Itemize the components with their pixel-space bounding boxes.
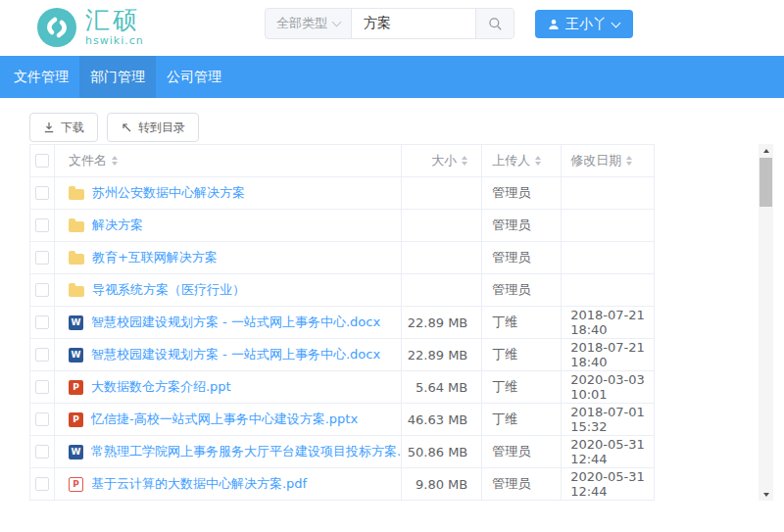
file-name-link[interactable]: 常熟理工学院网上事务服务大厅平台建设项目投标方案.doc [91, 443, 402, 460]
sort-icon[interactable] [535, 156, 541, 166]
file-name-link[interactable]: 教育+互联网解决方案 [92, 249, 218, 266]
table-row: P 忆信捷-高校一站式网上事务中心建设方案.pptx 46.63 MB 丁维 2… [30, 404, 655, 436]
file-uploader: 管理员 [482, 242, 562, 273]
file-table: 文件名 大小 上传人 修改日期 [29, 144, 774, 501]
file-size: 9.80 MB [402, 468, 482, 500]
table-body: 苏州公安数据中心解决方案 管理员 解决方案 管理员 教育+互联网解决方案 管理员 [30, 177, 655, 501]
folder-icon [69, 189, 84, 200]
brand-domain: hswiki.cn [85, 34, 144, 47]
table-header-row: 文件名 大小 上传人 修改日期 [30, 144, 655, 177]
brand-logo-icon [37, 8, 76, 47]
sort-icon[interactable] [462, 156, 467, 166]
table-row: 导视系统方案（医疗行业） 管理员 [30, 274, 655, 307]
file-name-link[interactable]: 基于云计算的大数据中心解决方案.pdf [91, 475, 307, 493]
vertical-scrollbar[interactable] [759, 144, 773, 501]
file-name-link[interactable]: 大数据数仓方案介绍.ppt [91, 378, 231, 396]
search-bar: 全部类型 [265, 8, 514, 39]
sort-icon[interactable] [626, 156, 632, 166]
file-modified-date: 2020-05-31 12:44 [562, 468, 655, 500]
user-name: 王小丫 [565, 16, 607, 33]
table-row: 苏州公安数据中心解决方案 管理员 [30, 177, 655, 210]
word-icon: W [69, 315, 83, 330]
row-checkbox[interactable] [35, 251, 49, 265]
file-type-filter-select[interactable]: 全部类型 [266, 9, 351, 38]
file-name-link[interactable]: 苏州公安数据中心解决方案 [92, 184, 245, 202]
file-modified-date: 2020-05-31 12:44 [562, 436, 655, 467]
table-row: W 智慧校园建设规划方案 - 一站式网上事务中心.docx 22.89 MB 丁… [30, 307, 655, 339]
folder-icon [69, 221, 84, 232]
file-name-link[interactable]: 导视系统方案（医疗行业） [92, 281, 245, 299]
file-uploader: 管理员 [482, 274, 562, 306]
file-modified-date: 2020-03-03 10:01 [562, 371, 655, 403]
scroll-up-arrow[interactable] [759, 144, 773, 157]
nav-tab-department-management[interactable]: 部门管理 [79, 56, 156, 98]
ppt-icon: P [69, 412, 83, 427]
table-row: W 常熟理工学院网上事务服务大厅平台建设项目投标方案.doc 50.86 MB … [30, 436, 655, 468]
row-checkbox[interactable] [35, 380, 49, 394]
file-grid: 文件名 大小 上传人 修改日期 [29, 144, 655, 501]
top-header: 汇硕 hswiki.cn 全部类型 王小丫 [0, 0, 784, 56]
file-uploader: 丁维 [482, 371, 562, 403]
word-icon: W [69, 348, 83, 363]
row-checkbox[interactable] [35, 186, 49, 200]
column-header-uploader[interactable]: 上传人 [482, 145, 562, 176]
select-all-checkbox[interactable] [35, 154, 49, 168]
file-name-link[interactable]: 智慧校园建设规划方案 - 一站式网上事务中心.docx [91, 346, 380, 363]
scrollbar-thumb[interactable] [760, 158, 772, 207]
file-size: 22.89 MB [402, 307, 482, 338]
file-type-filter-value: 全部类型 [276, 15, 327, 32]
file-size [402, 242, 482, 273]
file-uploader: 丁维 [482, 307, 562, 338]
row-checkbox[interactable] [35, 412, 49, 426]
file-uploader: 管理员 [482, 210, 562, 241]
search-icon [488, 17, 503, 31]
file-modified-date [562, 210, 655, 241]
sort-icon[interactable] [112, 156, 118, 166]
scroll-down-arrow[interactable] [759, 488, 773, 501]
search-input[interactable] [351, 9, 476, 38]
file-modified-date [562, 242, 655, 273]
nav-tab-file-management[interactable]: 文件管理 [3, 56, 79, 98]
user-menu-button[interactable]: 王小丫 [535, 10, 633, 38]
row-checkbox[interactable] [35, 348, 49, 362]
column-header-size[interactable]: 大小 [402, 145, 482, 176]
file-size: 22.89 MB [402, 339, 482, 370]
nav-tab-company-management[interactable]: 公司管理 [156, 56, 232, 98]
file-uploader: 管理员 [482, 468, 562, 500]
chevron-down-icon [332, 18, 342, 27]
row-checkbox[interactable] [35, 445, 49, 459]
file-name-link[interactable]: 忆信捷-高校一站式网上事务中心建设方案.pptx [91, 411, 358, 428]
download-button[interactable]: 下载 [29, 113, 98, 142]
folder-icon [69, 286, 84, 297]
file-name-link[interactable]: 智慧校园建设规划方案 - 一站式网上事务中心.docx [91, 314, 380, 331]
download-icon [43, 121, 55, 133]
row-checkbox[interactable] [35, 283, 49, 297]
file-uploader: 丁维 [482, 404, 562, 435]
goto-directory-button[interactable]: 转到目录 [107, 113, 199, 142]
main-nav: 文件管理 部门管理 公司管理 [0, 56, 784, 98]
row-checkbox[interactable] [35, 218, 49, 232]
table-row: P 大数据数仓方案介绍.ppt 5.64 MB 丁维 2020-03-03 10… [30, 371, 655, 404]
logo[interactable]: 汇硕 hswiki.cn [37, 8, 144, 47]
file-uploader: 丁维 [482, 339, 562, 370]
column-header-filename[interactable]: 文件名 [55, 145, 402, 176]
ppt-icon: P [69, 380, 83, 395]
column-header-modified-date[interactable]: 修改日期 [562, 145, 655, 176]
toolbar: 下载 转到目录 [29, 113, 784, 142]
chevron-down-icon [612, 18, 621, 27]
file-modified-date [562, 274, 655, 306]
table-row: W 智慧校园建设规划方案 - 一站式网上事务中心.docx 22.89 MB 丁… [30, 339, 655, 371]
pdf-icon: P [69, 477, 83, 492]
row-checkbox[interactable] [35, 315, 49, 329]
file-size [402, 210, 482, 241]
search-button[interactable] [476, 9, 514, 38]
brand-name: 汇硕 [85, 8, 144, 33]
file-size: 5.64 MB [402, 371, 482, 403]
table-row: 教育+互联网解决方案 管理员 [30, 242, 655, 274]
arrow-up-left-icon [121, 121, 132, 133]
file-modified-date [562, 177, 655, 209]
table-row: P 基于云计算的大数据中心解决方案.pdf 9.80 MB 管理员 2020-0… [30, 468, 655, 501]
file-name-link[interactable]: 解决方案 [92, 217, 143, 234]
row-checkbox[interactable] [35, 477, 49, 491]
word-icon: W [69, 445, 83, 459]
